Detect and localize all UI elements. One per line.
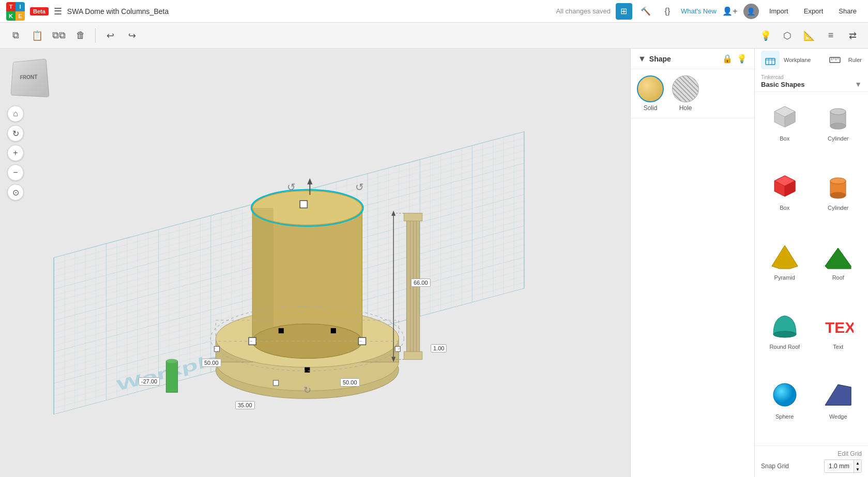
svg-marker-24 [307,178,312,184]
hole-circle [672,75,699,102]
shape-label-wedge: Wedge [829,413,847,420]
shape-panel-button[interactable]: ⬡ [778,26,797,45]
shape-label-roof: Roof [832,274,844,281]
shape-item-pyramid[interactable]: Pyramid [759,235,811,302]
user-avatar[interactable]: 👤 [743,4,759,19]
shape-label-box-grey: Box [780,135,789,142]
logo[interactable]: T I K E [6,2,25,21]
duplicate-button[interactable]: ⧉⧉ [50,26,68,45]
shape-panel-arrow: ▼ [638,54,646,64]
add-user-button[interactable]: 👤+ [722,3,738,20]
svg-rect-41 [766,58,775,65]
delete-button[interactable]: 🗑 [71,26,90,45]
snap-up-button[interactable]: ▲ [854,460,861,466]
hammer-icon-button[interactable]: 🔨 [637,3,654,20]
svg-rect-17 [304,367,310,373]
shape-thumb-pyramid [768,239,801,272]
svg-text:↺: ↺ [287,181,296,193]
lib-category: Tinkercad Basic Shapes ▼ [755,71,868,92]
import-button[interactable]: Import [764,5,794,17]
whats-new-link[interactable]: What's New [681,7,717,15]
shape-label-text: Text [833,344,843,350]
solid-option[interactable]: Solid [637,75,664,112]
category-dropdown-icon[interactable]: ▼ [855,80,862,88]
svg-point-37 [166,359,177,363]
align-button[interactable]: ≡ [821,26,840,45]
svg-rect-26 [404,213,422,221]
svg-point-67 [773,331,796,337]
shape-thumb-wedge [821,378,855,411]
redo-button[interactable]: ↪ [123,26,141,45]
logo-k: K [6,11,16,21]
lightbulb-icon[interactable]: 💡 [737,54,747,64]
shape-item-text[interactable]: TEXT Text [813,304,864,372]
toolbar-separator [95,28,96,43]
logo-t: T [6,2,16,11]
edit-grid-link[interactable]: Edit Grid [837,450,862,457]
main-content: FRONT ⌂ ↻ + − ⊙ [0,49,868,477]
svg-point-54 [830,109,846,115]
lock-icon[interactable]: 🔒 [722,54,733,64]
ruler-label: Ruler [848,57,862,63]
shape-item-sphere[interactable]: Sphere [759,374,811,441]
solid-circle [637,75,664,102]
svg-rect-15 [279,328,284,333]
3d-scene: Workplane [0,49,630,477]
svg-marker-64 [772,245,798,269]
svg-rect-36 [166,361,177,393]
workplane-label: Workplane [784,57,811,63]
workplane-button[interactable] [761,51,780,69]
shape-label-sphere: Sphere [775,413,794,420]
copy-button[interactable]: ⧉ [6,26,25,45]
beta-badge: Beta [30,7,49,16]
hole-option[interactable]: Hole [672,75,699,112]
shape-item-box-grey[interactable]: Box [759,96,811,163]
toolbar-right-icons: 💡 ⬡ 📐 ≡ ⇄ [756,26,862,45]
library-bottom: Edit Grid Snap Grid 1.0 mm ▲ ▼ [755,445,868,477]
shape-thumb-box-grey [768,100,801,133]
shape-thumb-sphere [768,378,801,411]
code-icon-button[interactable]: {} [659,3,676,20]
svg-rect-20 [273,380,279,386]
logo-i: I [16,2,25,11]
snap-value: 1.0 mm [825,461,854,471]
document-title[interactable]: SWA Dome with Columns_Beta [67,7,169,16]
svg-text:↻: ↻ [303,385,311,395]
shape-label-box-red: Box [780,205,789,211]
shape-panel-header: ▼ Shape 🔒 💡 [631,49,754,69]
shape-item-roof[interactable]: Roof [813,235,864,302]
dimension-50-left: 50.00 [202,359,221,367]
ruler-tab-button[interactable] [826,51,844,69]
snap-grid-label: Snap Grid [761,463,789,470]
grid-view-button[interactable]: ⊞ [616,3,632,20]
viewport[interactable]: FRONT ⌂ ↻ + − ⊙ [0,49,630,477]
svg-rect-45 [830,57,840,63]
svg-marker-71 [825,384,851,405]
shapes-library: Workplane Ruler Tinkercad Basic Shapes ▼ [754,49,868,477]
shape-label-round-roof: Round Roof [769,344,800,350]
shape-item-cylinder-orange[interactable]: Cylinder [813,165,864,233]
paste-button[interactable]: 📋 [28,26,47,45]
light-button[interactable]: 💡 [756,26,775,45]
lib-top-icons: Workplane Ruler [755,49,868,71]
shape-item-cylinder-grey[interactable]: Cylinder [813,96,864,163]
shape-thumb-cylinder-grey [821,100,855,133]
svg-rect-12 [300,201,307,208]
shape-item-wedge[interactable]: Wedge [813,374,864,441]
solid-label: Solid [644,104,658,112]
shape-thumb-text: TEXT [821,309,855,342]
svg-rect-27 [404,351,422,359]
dimension-66: 66.00 [411,279,431,287]
ruler-button[interactable]: 📐 [800,26,818,45]
undo-button[interactable]: ↩ [101,26,119,45]
shape-item-round-roof[interactable]: Round Roof [759,304,811,372]
shape-thumb-box-red [768,170,801,203]
share-button[interactable]: Share [833,5,862,17]
snap-down-button[interactable]: ▼ [854,466,861,472]
shape-item-box-red[interactable]: Box [759,165,811,233]
mirror-button[interactable]: ⇄ [843,26,862,45]
saved-status: All changes saved [556,7,611,15]
dimension-1: 1.00 [431,344,447,352]
dimension-50-right: 50.00 [340,378,360,387]
export-button[interactable]: Export [799,5,829,17]
